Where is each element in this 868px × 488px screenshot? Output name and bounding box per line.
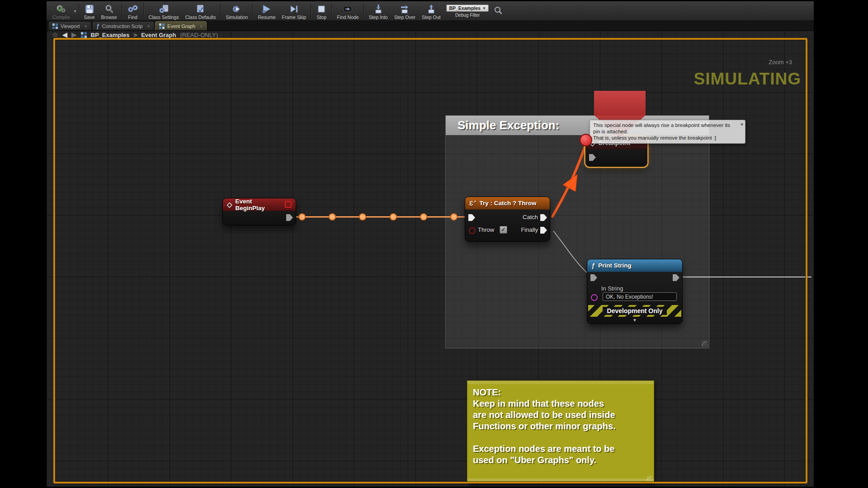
step-into-icon — [373, 4, 384, 14]
step-over-icon — [399, 4, 410, 14]
comment-title: Simple Exception: — [458, 118, 559, 132]
tab-viewport[interactable]: Viewport × — [48, 21, 91, 30]
resume-button[interactable]: Resume — [255, 2, 278, 20]
note-text: NOTE: Keep in mind that these nodes are … — [467, 384, 654, 469]
function-f-icon: ƒ — [96, 23, 99, 29]
exec-wire-pulse-beads — [299, 214, 457, 220]
node-event-beginplay[interactable]: ◇ Event BeginPlay — [222, 198, 296, 225]
tab-label: Construction Scrip — [102, 23, 143, 29]
breakpoint-flag-icon — [285, 201, 292, 208]
exec-output-pin[interactable] — [286, 214, 293, 221]
tooltip-pin-icon: ★ — [740, 121, 744, 127]
back-arrow-icon[interactable]: ◀ — [62, 31, 67, 39]
class-defaults-button[interactable]: Class Defaults — [182, 2, 219, 20]
node-header[interactable]: ƒ Print String — [587, 259, 682, 272]
node-title: Print String — [598, 262, 632, 269]
macro-icon: Ɛ➚ — [469, 200, 476, 207]
main-toolbar: Compile ▾ Save Browse Find — [47, 1, 814, 21]
throw-input-pin[interactable] — [469, 227, 476, 234]
class-defaults-icon — [195, 4, 207, 14]
stop-button[interactable]: Stop — [313, 2, 330, 20]
find-button[interactable]: Find — [124, 2, 142, 20]
debug-search-button[interactable] — [493, 5, 503, 17]
node-header[interactable]: ◇ Event BeginPlay — [223, 198, 296, 211]
finally-output-pin[interactable] — [540, 227, 547, 234]
tab-event-graph[interactable]: Event Graph × — [155, 21, 207, 30]
toolbar-separator — [331, 4, 332, 19]
step-out-button[interactable]: Step Out — [419, 2, 443, 20]
viewport-grid-icon — [52, 23, 58, 29]
tooltip-line-2: That is, unless you manually remove the … — [593, 135, 737, 141]
breadcrumb-root[interactable]: BP_Examples — [91, 32, 130, 38]
frame-skip-button[interactable]: Frame Skip — [279, 2, 310, 20]
node-title: Event BeginPlay — [236, 198, 282, 211]
node-expand-caret[interactable]: ▼ — [632, 318, 637, 323]
exec-input-pin[interactable] — [590, 274, 597, 281]
catch-output-pin[interactable] — [540, 214, 547, 221]
find-node-icon — [342, 4, 354, 14]
close-icon[interactable]: × — [85, 23, 87, 29]
throw-pin-label: Throw — [478, 226, 494, 233]
node-try-catch-throw[interactable]: Ɛ➚ Try : Catch ? Throw Catch Throw ✓ Fin… — [465, 197, 550, 242]
compile-button[interactable]: Compile — [49, 2, 73, 20]
toolbar-separator — [143, 4, 144, 19]
throw-checkbox[interactable]: ✓ — [500, 226, 507, 234]
breadcrumb-separator: > — [134, 32, 137, 38]
class-settings-icon — [158, 4, 170, 14]
step-out-icon — [426, 4, 437, 14]
graph-breadcrumb-bar: ☆ ◀ ▶ BP_Examples > Event Graph (READ-ON… — [47, 29, 814, 40]
note-footer-strip — [467, 479, 654, 483]
resume-play-icon — [261, 4, 273, 14]
tab-construction-script[interactable]: ƒ Construction Scrip × — [92, 21, 154, 30]
node-header[interactable]: Ɛ➚ Try : Catch ? Throw — [465, 197, 550, 210]
debug-filter-value: BP_Examples — [449, 5, 480, 11]
debug-filter-dropdown[interactable]: BP_Examples ▼ — [446, 5, 488, 12]
exec-input-pin[interactable] — [589, 154, 596, 161]
step-over-button[interactable]: Step Over — [391, 2, 419, 20]
breakpoint-tooltip: ★ This special node will always rise a b… — [590, 120, 745, 144]
breakpoint-dot[interactable] — [580, 134, 592, 146]
find-node-button[interactable]: Find Node — [334, 2, 362, 20]
note-header-strip[interactable] — [467, 381, 654, 384]
tab-label: Event Graph — [167, 23, 195, 29]
in-string-pin[interactable] — [591, 294, 598, 301]
find-binoculars-icon — [127, 4, 139, 14]
debug-filter-label: Debug Filter — [455, 13, 480, 18]
event-diamond-icon: ◇ — [227, 201, 232, 208]
comment-resize-handle[interactable] — [702, 341, 708, 347]
frame-skip-icon — [288, 4, 299, 14]
toolbar-separator — [220, 4, 221, 19]
development-only-banner: Development Only — [588, 305, 681, 317]
class-settings-button[interactable]: Class Settings — [146, 2, 182, 20]
chevron-down-icon: ▼ — [482, 6, 486, 10]
close-icon[interactable]: × — [147, 23, 150, 29]
save-icon — [84, 4, 95, 14]
readonly-badge: (READ-ONLY) — [180, 32, 218, 38]
note-resize-handle[interactable] — [646, 476, 653, 482]
simulation-icon — [231, 4, 243, 14]
simulation-button[interactable]: Simulation — [222, 2, 251, 20]
favorite-star-icon[interactable]: ☆ — [52, 31, 58, 39]
forward-arrow-icon[interactable]: ▶ — [71, 31, 77, 39]
in-string-input[interactable] — [603, 292, 677, 301]
stop-icon — [316, 4, 327, 14]
finally-pin-label: Finally — [521, 226, 538, 233]
save-button[interactable]: Save — [81, 2, 98, 20]
browse-button[interactable]: Browse — [98, 2, 120, 20]
event-graph-icon — [159, 23, 165, 29]
compile-dropdown-caret[interactable]: ▾ — [74, 9, 76, 14]
zoom-level-indicator: Zoom +3 — [769, 59, 792, 66]
toolbar-separator — [252, 4, 253, 19]
toolbar-separator — [363, 4, 364, 19]
compile-gear-icon — [55, 4, 67, 14]
exec-input-pin[interactable] — [468, 214, 475, 221]
exec-output-pin[interactable] — [673, 274, 679, 281]
toolbar-separator — [122, 4, 123, 19]
node-print-string[interactable]: ƒ Print String In String Development Onl… — [587, 259, 683, 324]
function-f-icon: ƒ — [591, 262, 595, 269]
step-into-button[interactable]: Step Into — [366, 2, 391, 20]
note-comment-box[interactable]: NOTE: Keep in mind that these nodes are … — [467, 380, 654, 483]
breadcrumb-current[interactable]: Event Graph — [141, 32, 176, 38]
close-icon[interactable]: × — [200, 23, 203, 29]
event-graph-canvas[interactable]: SIMULATING BLUEPRINT Zoom +3 Simple Exce… — [47, 31, 814, 487]
